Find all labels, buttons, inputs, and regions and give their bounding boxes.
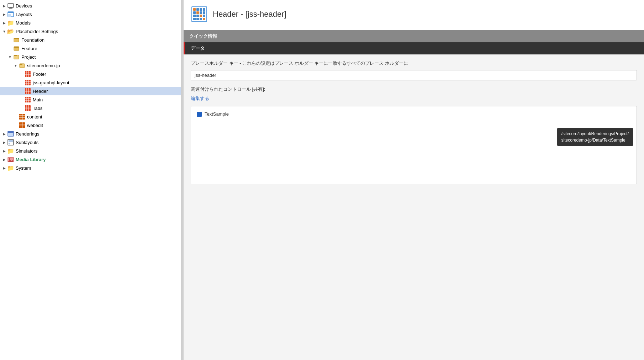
arrow-sitecoredemo xyxy=(13,64,19,68)
tree-item-content[interactable]: content xyxy=(0,112,181,121)
cal-cell-2 xyxy=(196,8,199,11)
edit-link[interactable]: 編集する xyxy=(191,95,637,102)
cal-cell-9 xyxy=(193,15,196,17)
placeholder-key-value: jss-header xyxy=(191,70,637,80)
icon-jss-graphql xyxy=(24,79,31,86)
cal-cell-6 xyxy=(196,11,199,14)
control-list: TextSample /sitecore/layout/Renderings/P… xyxy=(191,106,637,184)
icon-main xyxy=(24,96,31,103)
svg-rect-1 xyxy=(10,7,12,8)
icon-models: 📁 xyxy=(7,20,14,26)
icon-placeholder: 📂 xyxy=(7,28,14,35)
cal-cell-1 xyxy=(193,8,196,11)
tree-label-foundation: Foundation xyxy=(21,37,44,43)
section-data[interactable]: データ xyxy=(184,42,644,54)
icon-sitecoredemo xyxy=(19,62,26,69)
tree-item-system[interactable]: 📁 System xyxy=(0,164,181,172)
cal-cell-3 xyxy=(200,8,202,11)
tree-item-layouts[interactable]: Layouts xyxy=(0,10,181,18)
tree-item-media-library[interactable]: Media Library xyxy=(0,155,181,164)
tree-item-project[interactable]: Project xyxy=(0,53,181,61)
svg-point-55 xyxy=(9,158,10,160)
tree-label-jss-graphql: jss-graphql-layout xyxy=(33,80,69,85)
cal-cell-16 xyxy=(203,18,205,20)
arrow-layouts xyxy=(1,12,7,16)
tree-label-system: System xyxy=(16,165,31,171)
tree-item-tabs[interactable]: Tabs xyxy=(0,104,181,112)
svg-rect-39 xyxy=(19,114,25,120)
cal-cell-11 xyxy=(200,15,202,17)
arrow-devices xyxy=(1,4,7,8)
tree-item-feature[interactable]: Feature xyxy=(0,44,181,53)
icon-simulators: 📁 xyxy=(7,148,14,154)
calendar-icon xyxy=(191,6,207,22)
tree-item-main[interactable]: Main xyxy=(0,95,181,104)
tree-label-content: content xyxy=(27,114,42,120)
icon-tabs xyxy=(24,105,31,111)
cal-cell-8 xyxy=(203,11,205,14)
svg-rect-34 xyxy=(25,105,31,111)
svg-rect-2 xyxy=(9,8,12,9)
svg-rect-50 xyxy=(8,131,14,133)
tree-label-models: Models xyxy=(16,20,31,26)
section-quick-info-label: クイック情報 xyxy=(189,33,217,39)
svg-rect-24 xyxy=(25,88,31,94)
svg-rect-11 xyxy=(14,55,17,56)
svg-rect-53 xyxy=(9,143,10,144)
tree-label-main: Main xyxy=(33,97,43,102)
associated-controls-label: 関連付けられたコントロール [共有]: xyxy=(191,86,637,92)
arrow-project xyxy=(7,55,13,59)
tooltip-line1: /sitecore/layout/Renderings/Project/ xyxy=(561,131,629,136)
cal-cell-13 xyxy=(193,18,196,20)
cal-cell-14 xyxy=(196,18,199,20)
cal-cell-7 xyxy=(200,11,202,14)
detail-panel: Header - [jss-header] クイック情報 データ プレースホルダ… xyxy=(184,0,644,360)
tree-item-jss-graphql[interactable]: jss-graphql-layout xyxy=(0,78,181,87)
svg-rect-5 xyxy=(8,14,11,17)
tree-item-sublayouts[interactable]: Sublayouts xyxy=(0,138,181,147)
svg-rect-4 xyxy=(8,12,14,13)
tree-item-renderings[interactable]: Renderings xyxy=(0,129,181,138)
tooltip-line2: sitecoredemo-jp/Data/TextSample xyxy=(561,138,625,143)
tree-label-feature: Feature xyxy=(21,46,37,51)
tree-item-webedit[interactable]: webedit xyxy=(0,121,181,129)
svg-rect-44 xyxy=(19,122,25,128)
tree-item-placeholder-settings[interactable]: 📂 Placeholder Settings xyxy=(0,27,181,36)
arrow-simulators xyxy=(1,149,7,153)
icon-devices xyxy=(7,2,14,9)
icon-layouts xyxy=(7,11,14,17)
icon-footer xyxy=(24,71,31,77)
icon-content xyxy=(19,113,26,120)
tree-item-foundation[interactable]: Foundation xyxy=(0,36,181,44)
arrow-placeholder xyxy=(1,30,7,33)
tree-label-renderings: Renderings xyxy=(16,131,39,137)
cal-cell-10 xyxy=(196,15,199,17)
tooltip-box: /sitecore/layout/Renderings/Project/ sit… xyxy=(557,128,633,146)
arrow-models xyxy=(1,21,7,25)
icon-sublayouts xyxy=(7,139,14,145)
tree-item-simulators[interactable]: 📁 Simulators xyxy=(0,147,181,155)
svg-rect-7 xyxy=(14,38,19,39)
cal-cell-15 xyxy=(200,18,202,20)
control-item-textsample[interactable]: TextSample xyxy=(195,110,633,118)
tree-label-simulators: Simulators xyxy=(16,148,37,154)
tree-item-models[interactable]: 📁 Models xyxy=(0,18,181,27)
tree-item-sitecoredemo[interactable]: sitecoredemo-jp xyxy=(0,61,181,70)
cal-cell-12 xyxy=(203,15,205,17)
cal-cell-5 xyxy=(193,11,196,14)
tree-panel: Devices Layouts 📁 Models 📂 Placeholder S… xyxy=(0,0,181,360)
arrow-media xyxy=(1,158,7,162)
control-item-label: TextSample xyxy=(205,111,229,117)
tree-item-devices[interactable]: Devices xyxy=(0,1,181,10)
tree-item-footer[interactable]: Footer xyxy=(0,70,181,78)
tree-item-header[interactable]: Header xyxy=(0,87,181,95)
icon-webedit xyxy=(19,122,26,128)
section-quick-info[interactable]: クイック情報 xyxy=(184,30,644,42)
section-data-label: データ xyxy=(191,46,205,51)
section-data-content: プレースホルダー キー - これらの設定はプレース ホルダー キーに一致するすべ… xyxy=(184,54,644,190)
icon-media-library xyxy=(7,156,14,163)
control-item-icon xyxy=(197,112,202,117)
tree-label-footer: Footer xyxy=(33,72,46,77)
svg-rect-14 xyxy=(25,71,31,77)
detail-header-icon xyxy=(191,6,208,23)
